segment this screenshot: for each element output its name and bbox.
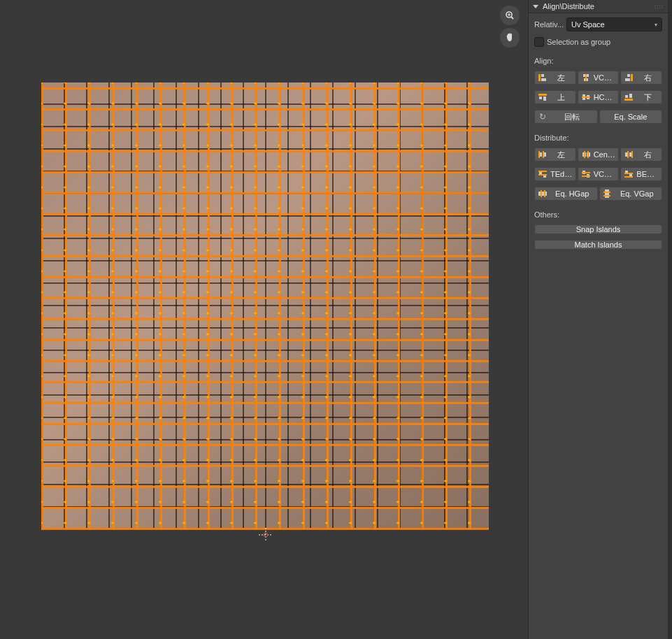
distribute-left-icon [538,150,548,159]
distribute-tedges-button[interactable]: TEdges [534,167,576,181]
align-row-2: 上 HCen... 下 [534,90,662,104]
others-section-label: Others: [534,210,662,219]
align-bottom-button[interactable]: 下 [620,90,662,104]
uv-vertices [41,82,489,530]
panel-body: Relativ... Uv Space ▾ Selection as group… [529,13,668,259]
svg-line-4 [511,17,513,19]
relative-to-value: Uv Space [571,20,605,29]
align-rotation-button[interactable]: 回転 [534,110,598,124]
distribute-row-1: 左 Center 右 [534,148,662,161]
svg-point-2 [264,533,268,537]
distribute-section-label: Distribute: [534,134,662,142]
selection-as-group-checkbox[interactable] [534,37,544,47]
relative-to-row: Relativ... Uv Space ▾ [534,17,662,31]
rotation-icon [538,113,548,121]
relative-to-select[interactable]: Uv Space ▾ [566,17,662,31]
selection-as-group-row: Selection as group [534,37,662,47]
distribute-right-button[interactable]: 右 [620,148,662,161]
pan-button[interactable] [500,28,520,48]
bedges-icon [624,170,634,178]
panel-scrollbar[interactable] [668,0,672,639]
align-row-3: 回転 Eq. Scale [534,110,662,124]
distribute-left-button[interactable]: 左 [534,148,576,161]
uv-editor-viewport[interactable] [0,0,528,639]
vgap-icon [603,189,613,198]
hgap-icon [538,189,548,198]
tedges-icon [538,170,548,178]
align-bottom-icon [624,93,634,101]
panel-title: Align\Distribute [543,2,594,10]
eq-vgap-button[interactable]: Eq. VGap [599,187,663,201]
chevron-down-icon: ▾ [655,22,657,28]
align-hcenter-icon [581,93,591,101]
align-left-button[interactable]: 左 [534,71,576,85]
uv-texture-image [41,82,489,530]
align-eq-scale-button[interactable]: Eq. Scale [599,110,663,124]
distribute-vcen-button[interactable]: VCen... [578,167,620,181]
2d-cursor [259,528,273,542]
selection-as-group-label: Selection as group [547,38,610,46]
align-top-icon [538,93,548,101]
align-row-1: 左 VCen... 右 [534,71,662,85]
relative-to-label: Relativ... [534,20,564,29]
align-vcenter-icon [581,73,591,82]
distribute-row-2: TEdges VCen... BEdges [534,167,662,181]
distribute-center-icon [581,150,591,159]
align-right-button[interactable]: 右 [620,71,662,85]
distribute-bedges-button[interactable]: BEdges [620,167,662,181]
distribute-center-button[interactable]: Center [578,148,620,161]
align-top-button[interactable]: 上 [534,90,576,104]
align-distribute-panel: Align\Distribute :::: Relativ... Uv Spac… [528,0,668,639]
zoom-button[interactable] [500,6,520,25]
distribute-right-icon [624,150,634,159]
panel-drag-icon: :::: [655,3,664,10]
panel-header[interactable]: Align\Distribute :::: [529,0,668,13]
distribute-row-3: Eq. HGap Eq. VGap [534,187,662,201]
align-hcenter-button[interactable]: HCen... [578,90,620,104]
align-section-label: Align: [534,57,662,65]
align-left-icon [538,73,548,82]
snap-islands-button[interactable]: Snap Islands [534,224,662,234]
match-islands-button[interactable]: Match Islands [534,240,662,250]
vcen-icon [581,170,591,178]
align-right-icon [624,73,634,82]
align-vcenter-button[interactable]: VCen... [578,71,620,85]
eq-hgap-button[interactable]: Eq. HGap [534,187,598,201]
collapse-triangle-icon [533,5,538,8]
